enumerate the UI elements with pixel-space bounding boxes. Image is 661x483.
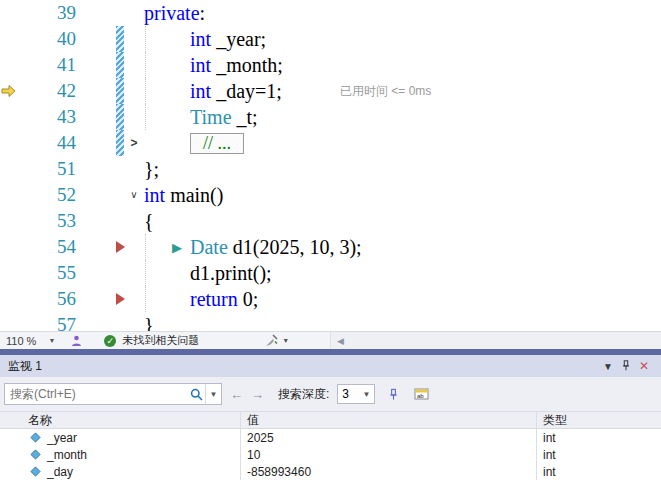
code-text[interactable]: return 0; [144,286,661,312]
watch-name-cell[interactable]: _month [0,446,241,463]
code-text[interactable]: int _day=1;已用时间 <= 0ms [144,78,661,104]
code-line: 42int _day=1;已用时间 <= 0ms [0,78,661,104]
search-icon[interactable] [187,388,205,401]
watch-value-cell[interactable]: 2025 [241,429,537,446]
line-number: 40 [20,26,76,52]
chevron-down-icon: ▼ [282,337,289,344]
window-menu-chevron-icon[interactable]: ▼ [599,361,617,372]
close-icon[interactable]: ✕ [635,359,653,373]
watch-row[interactable]: _day-858993460int [0,463,661,480]
breakpoint-marker-icon[interactable] [116,293,125,305]
line-number: 55 [20,260,76,286]
line-number: 52 [20,182,76,208]
glyph-margin [76,104,116,130]
watch-window-titlebar[interactable]: 监视 1 ▼ ✕ [0,355,661,377]
watch-search-box[interactable]: ▼ [4,383,222,405]
watch-name-cell[interactable]: _day [0,463,241,480]
code-text[interactable]: ▶Date d1(2025, 10, 3); [144,234,661,260]
watch-row[interactable]: _month10int [0,446,661,463]
breakpoint-margin[interactable] [0,26,20,52]
breakpoint-margin[interactable] [0,312,20,331]
outlining-margin[interactable]: ∨ [124,182,144,208]
breakpoint-marker-icon[interactable] [116,241,125,253]
code-text[interactable]: }; [144,156,661,182]
code-segment: main() [165,184,223,207]
health-status-text: 未找到相关问题 [122,333,199,348]
zoom-level: 110 % [6,335,36,347]
search-options-dropdown[interactable]: ▼ [205,384,221,404]
outlining-margin[interactable] [124,286,144,312]
outlining-margin[interactable] [124,0,144,26]
watch-type-cell: int [537,429,661,446]
forward-button[interactable]: → [251,387,264,402]
outlining-margin[interactable]: > [124,130,144,156]
breakpoint-margin[interactable] [0,52,20,78]
code-cleanup-button[interactable]: ▼ [265,334,289,347]
breakpoint-margin[interactable] [0,0,20,26]
track-changes-margin [116,130,124,156]
format-specifier-icon-glyph: ab [414,387,429,401]
breakpoint-margin[interactable] [0,234,20,260]
code-text[interactable]: int _year; [144,26,661,52]
outlining-margin[interactable] [124,208,144,234]
search-input[interactable] [5,387,187,401]
pin-values-icon[interactable] [383,384,403,404]
track-changes-margin [116,182,124,208]
breakpoint-margin[interactable] [0,78,20,104]
breakpoint-margin[interactable] [0,104,20,130]
column-header-value[interactable]: 值 [241,412,537,428]
code-lines: 39private:40int _year;41int _month;42int… [0,0,661,331]
outlining-margin[interactable] [124,234,144,260]
svg-text:ab: ab [417,393,424,399]
glyph-margin [76,52,116,78]
health-check-icon[interactable]: ✓ [104,335,116,347]
watch-value-cell[interactable]: -858993460 [241,463,537,480]
breakpoint-margin[interactable] [0,156,20,182]
code-text[interactable]: // ... [144,130,661,156]
horizontal-scrollbar[interactable]: ◀ [330,332,661,349]
outlining-margin[interactable] [124,156,144,182]
watch-row[interactable]: _year2025int [0,429,661,446]
watch-value-cell[interactable]: 10 [241,446,537,463]
outlining-margin[interactable] [124,260,144,286]
code-text[interactable]: private: [144,0,661,26]
code-line: 56return 0; [0,286,661,312]
breakpoint-margin[interactable] [0,286,20,312]
track-changes-margin [116,0,124,26]
watch-type-cell: int [537,463,661,480]
scroll-left-icon[interactable]: ◀ [331,336,350,346]
breakpoint-margin[interactable] [0,182,20,208]
code-segment: { [144,210,154,233]
code-editor[interactable]: 39private:40int _year;41int _month;42int… [0,0,661,331]
outlining-margin[interactable] [124,104,144,130]
code-text[interactable]: int main() [144,182,661,208]
code-text[interactable]: { [144,208,661,234]
collapsed-region-box[interactable]: // ... [190,133,244,154]
code-text[interactable]: } [144,312,661,331]
outlining-margin[interactable] [124,26,144,52]
pin-icon[interactable] [617,359,635,374]
format-specifier-icon[interactable]: ab [411,384,431,404]
code-text[interactable]: int _month; [144,52,661,78]
perf-tip: 已用时间 <= 0ms [340,83,431,100]
breakpoint-margin[interactable] [0,260,20,286]
outlining-margin[interactable] [124,52,144,78]
outlining-margin[interactable] [124,312,144,331]
code-text[interactable]: Time _t; [144,104,661,130]
code-segment: int [190,54,211,77]
zoom-control[interactable]: 110 % ▼ [0,332,61,349]
glyph-margin [76,234,116,260]
search-depth-select[interactable]: 3 ▼ [337,384,375,404]
column-header-name[interactable]: 名称 [0,412,241,428]
glyph-margin [76,78,116,104]
breakpoint-margin[interactable] [0,130,20,156]
outlining-margin[interactable] [124,78,144,104]
breakpoint-margin[interactable] [0,208,20,234]
column-header-type[interactable]: 类型 [537,412,661,428]
person-icon[interactable] [71,335,82,347]
code-text[interactable]: d1.print(); [144,260,661,286]
watch-name-cell[interactable]: _year [0,429,241,446]
code-line: 55d1.print(); [0,260,661,286]
code-segment: : [200,2,206,25]
back-button[interactable]: ← [230,387,243,402]
